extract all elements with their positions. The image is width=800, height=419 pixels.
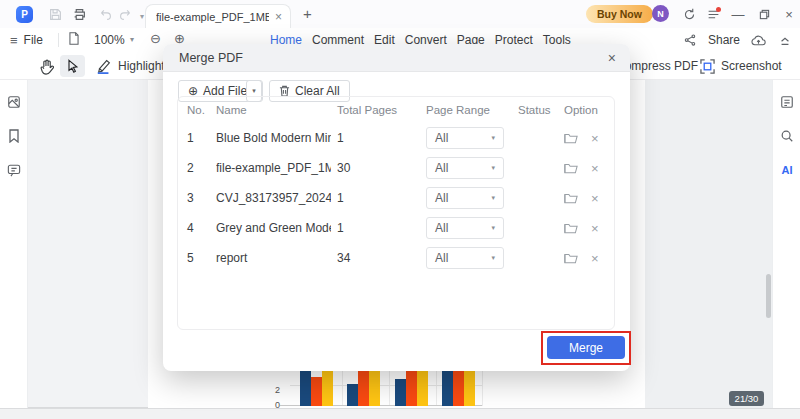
page-range-value: All [435,191,448,205]
bar-group-4-navy [442,371,453,406]
remove-file-icon[interactable]: × [591,161,599,176]
bar-group-1-yellow [322,371,333,406]
open-folder-icon[interactable] [564,192,578,204]
dialog-header: Merge PDF × [163,44,630,72]
col-total-pages: Total Pages [337,104,426,116]
sync-icon[interactable] [680,5,698,23]
row-number: 3 [187,191,216,205]
page-range-select[interactable]: All ▾ [426,247,504,269]
file-name: CVJ_83173957_202407060... [216,191,331,205]
share-label[interactable]: Share [708,33,740,47]
page-range-value: All [435,221,448,235]
undo-icon[interactable] [96,5,114,23]
file-name: file-example_PDF_1MB [216,161,331,175]
screenshot-label: Screenshot [721,59,782,73]
page-fit-icon[interactable] [68,32,80,45]
page-range-select[interactable]: All ▾ [426,157,504,179]
screenshot-icon [700,59,715,74]
comment-panel-icon[interactable] [6,162,22,178]
zoom-level-value[interactable]: 100% [94,33,125,47]
close-window-icon[interactable]: × [780,5,798,23]
page-range-select[interactable]: All ▾ [426,217,504,239]
merge-pdf-dialog: Merge PDF × ⊕ Add Files ▾ Clear All No. … [163,44,630,371]
row-number: 1 [187,131,216,145]
bar-group-1-navy [300,371,311,406]
user-avatar[interactable]: N [652,5,669,22]
row-number: 5 [187,251,216,265]
hand-tool-icon[interactable] [34,56,58,77]
table-header-row: No. Name Total Pages Page Range Status O… [178,97,614,123]
file-name: Blue Bold Modern Minimali... [216,131,331,145]
table-row: 2 file-example_PDF_1MB 30 All ▾ × [178,153,614,183]
pdf-editor-window: P ▾ file-example_PDF_1MB.pdf × + Buy Now… [0,0,800,419]
collapse-toolbar-icon[interactable] [776,31,794,49]
dialog-title: Merge PDF [179,51,608,65]
col-no: No. [187,104,216,116]
remove-file-icon[interactable]: × [591,221,599,236]
dialog-close-icon[interactable]: × [608,50,616,66]
bookmark-panel-icon[interactable] [6,128,22,144]
file-menu-label: File [24,33,43,47]
buy-now-button[interactable]: Buy Now [586,5,653,23]
minimize-window-icon[interactable]: — [729,5,747,23]
highlight-label: Highlight [118,59,165,73]
open-folder-icon[interactable] [564,132,578,144]
table-row: 3 CVJ_83173957_202407060... 1 All ▾ × [178,183,614,213]
chart-ytick-2: 2 [266,385,280,395]
bar-group-2-yellow [369,371,380,406]
page-range-select[interactable]: All ▾ [426,127,504,149]
menubar-right-group: Share [681,28,796,52]
screenshot-button[interactable]: Screenshot [700,55,782,77]
remove-file-icon[interactable]: × [591,251,599,266]
zoom-caret-icon[interactable]: ▾ [130,35,134,44]
print-icon[interactable] [70,5,88,23]
total-pages: 30 [337,161,426,175]
file-menu-button[interactable]: ≡ File [10,30,43,50]
notifications-menu-icon[interactable] [704,5,722,23]
page-range-value: All [435,161,448,175]
new-tab-button[interactable]: + [303,5,312,22]
highlighter-icon [96,58,112,74]
total-pages: 1 [337,191,426,205]
select-tool-button[interactable] [60,55,85,77]
chevron-down-icon: ▾ [491,254,495,262]
restore-window-icon[interactable] [755,5,773,23]
file-name: Grey and Green Modern Pr... [216,221,331,235]
page-range-select[interactable]: All ▾ [426,187,504,209]
tab-close-icon[interactable]: × [275,10,282,24]
open-folder-icon[interactable] [564,252,578,264]
remove-file-icon[interactable]: × [591,191,599,206]
vertical-scrollbar-thumb[interactable] [766,274,771,318]
remove-file-icon[interactable]: × [591,131,599,146]
file-name: report [216,251,331,265]
row-number: 2 [187,161,216,175]
total-pages: 1 [337,221,426,235]
chart-gridline [389,371,390,406]
bar-group-1-orange [311,377,322,406]
share-icon[interactable] [681,31,699,49]
cloud-upload-icon[interactable] [749,31,767,49]
table-row: 5 report 34 All ▾ × [178,243,614,273]
ai-assistant-icon[interactable]: AI [779,162,795,178]
merge-button[interactable]: Merge [547,336,625,359]
document-tab[interactable]: file-example_PDF_1MB.pdf × [145,4,291,28]
chevron-down-icon: ▾ [491,134,495,142]
zoom-out-icon[interactable]: ⊖ [150,31,161,46]
col-status: Status [518,104,564,116]
save-icon[interactable] [46,5,64,23]
thumbnail-panel-icon[interactable] [6,94,22,110]
open-folder-icon[interactable] [564,162,578,174]
search-icon[interactable] [779,128,795,144]
bar-group-2-navy [347,384,358,406]
open-folder-icon[interactable] [564,222,578,234]
highlight-tool-button[interactable]: Highlight [96,55,165,77]
page-range-value: All [435,251,448,265]
properties-panel-icon[interactable] [779,94,795,110]
total-pages: 1 [337,131,426,145]
redo-icon[interactable] [116,5,134,23]
bar-group-3-orange [406,371,417,406]
bar-chart-plot [290,371,482,406]
chart-gridline [482,371,483,406]
table-row: 1 Blue Bold Modern Minimali... 1 All ▾ × [178,123,614,153]
bottom-scrollbar-track[interactable] [0,408,800,419]
